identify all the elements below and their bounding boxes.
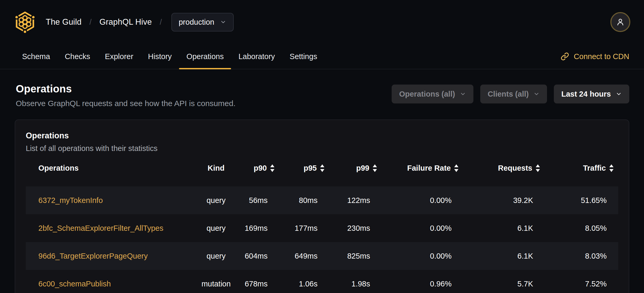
column-header-requests[interactable]: Requests bbox=[463, 164, 545, 172]
cell-p95: 649ms bbox=[279, 252, 329, 260]
clients-filter-dropdown[interactable]: Clients (all) bbox=[480, 85, 547, 103]
chevron-down-icon bbox=[220, 19, 226, 25]
cell-failure-rate: 0.00% bbox=[382, 196, 463, 205]
cell-kind: query bbox=[195, 252, 237, 260]
cell-requests: 6.1K bbox=[463, 252, 545, 260]
tab-schema[interactable]: Schema bbox=[15, 44, 57, 69]
column-header-p95[interactable]: p95 bbox=[279, 164, 329, 172]
column-header-p90[interactable]: p90 bbox=[237, 164, 279, 172]
cell-traffic: 8.05% bbox=[545, 224, 618, 233]
cell-traffic: 51.65% bbox=[545, 196, 618, 205]
user-icon bbox=[615, 17, 625, 27]
target-selector-value: production bbox=[179, 18, 214, 27]
connect-to-cdn-label: Connect to CDN bbox=[574, 52, 629, 61]
breadcrumb-project[interactable]: GraphQL Hive bbox=[99, 17, 152, 27]
breadcrumb-separator: / bbox=[160, 18, 162, 27]
tab-operations[interactable]: Operations bbox=[179, 44, 231, 69]
table-row[interactable]: 2bfc_SchemaExplorerFilter_AllTypes query… bbox=[26, 214, 618, 242]
clients-filter-label: Clients (all) bbox=[488, 90, 529, 98]
table-row[interactable]: 6c00_schemaPublish mutation 678ms 1.06s … bbox=[26, 270, 618, 293]
cell-failure-rate: 0.00% bbox=[382, 224, 463, 233]
breadcrumb-separator: / bbox=[89, 18, 91, 27]
page-subtitle: Observe GraphQL requests and see how the… bbox=[16, 99, 236, 108]
page-header-text: Operations Observe GraphQL requests and … bbox=[16, 83, 236, 108]
main-nav: Schema Checks Explorer History Operation… bbox=[0, 44, 644, 69]
cell-traffic: 7.52% bbox=[545, 280, 618, 288]
tab-explorer[interactable]: Explorer bbox=[98, 44, 141, 69]
cell-p99: 122ms bbox=[329, 196, 382, 205]
card-title: Operations bbox=[26, 131, 618, 140]
top-bar: The Guild / GraphQL Hive / production bbox=[0, 0, 644, 44]
chevron-down-icon bbox=[460, 91, 466, 97]
filters: Operations (all) Clients (all) Last 24 h… bbox=[392, 85, 629, 103]
cell-kind: query bbox=[195, 224, 237, 233]
table-row[interactable]: 6372_myTokenInfo query 56ms 80ms 122ms 0… bbox=[26, 186, 618, 214]
sort-arrows-icon bbox=[373, 164, 377, 172]
column-header-operations: Operations bbox=[26, 164, 195, 172]
page-title: Operations bbox=[16, 83, 236, 95]
cell-failure-rate: 0.96% bbox=[382, 280, 463, 288]
connect-to-cdn-link[interactable]: Connect to CDN bbox=[561, 44, 629, 69]
sort-arrows-icon bbox=[270, 164, 274, 172]
link-icon bbox=[561, 52, 569, 61]
column-header-kind: Kind bbox=[195, 164, 237, 172]
cell-requests: 5.7K bbox=[463, 280, 545, 288]
table-row[interactable]: 96d6_TargetExplorerPageQuery query 604ms… bbox=[26, 242, 618, 270]
breadcrumb: The Guild / GraphQL Hive / production bbox=[46, 13, 234, 32]
cell-kind: mutation bbox=[195, 280, 237, 288]
tab-settings[interactable]: Settings bbox=[282, 44, 325, 69]
period-filter-dropdown[interactable]: Last 24 hours bbox=[554, 85, 629, 103]
operation-link[interactable]: 6c00_schemaPublish bbox=[38, 280, 111, 288]
sort-arrows-icon bbox=[609, 164, 614, 172]
cell-p90: 604ms bbox=[237, 252, 279, 260]
period-filter-label: Last 24 hours bbox=[561, 90, 611, 98]
target-selector-dropdown[interactable]: production bbox=[171, 13, 234, 32]
page-header: Operations Observe GraphQL requests and … bbox=[0, 69, 644, 108]
cell-p90: 56ms bbox=[237, 196, 279, 205]
cell-p90: 169ms bbox=[237, 224, 279, 233]
tab-laboratory[interactable]: Laboratory bbox=[231, 44, 282, 69]
sort-arrows-icon bbox=[536, 164, 540, 172]
cell-p90: 678ms bbox=[237, 280, 279, 288]
column-header-p99[interactable]: p99 bbox=[329, 164, 382, 172]
sort-arrows-icon bbox=[454, 164, 458, 172]
breadcrumb-org[interactable]: The Guild bbox=[46, 17, 81, 27]
operations-card: Operations List of all operations with t… bbox=[15, 119, 629, 293]
operations-filter-label: Operations (all) bbox=[399, 90, 455, 98]
chevron-down-icon bbox=[616, 91, 622, 97]
card-subtitle: List of all operations with their statis… bbox=[26, 144, 618, 153]
tab-history[interactable]: History bbox=[141, 44, 179, 69]
operation-link[interactable]: 2bfc_SchemaExplorerFilter_AllTypes bbox=[38, 224, 163, 232]
cell-kind: query bbox=[195, 196, 237, 205]
operation-link[interactable]: 6372_myTokenInfo bbox=[38, 196, 103, 205]
user-avatar-button[interactable] bbox=[610, 12, 630, 32]
cell-requests: 6.1K bbox=[463, 224, 545, 233]
chevron-down-icon bbox=[533, 91, 540, 97]
sort-arrows-icon bbox=[320, 164, 324, 172]
cell-requests: 39.2K bbox=[463, 196, 545, 205]
column-header-failure-rate[interactable]: Failure Rate bbox=[382, 164, 463, 172]
hive-logo-icon[interactable] bbox=[14, 11, 36, 33]
cell-p95: 1.06s bbox=[279, 280, 329, 288]
column-header-traffic[interactable]: Traffic bbox=[545, 164, 618, 172]
tab-checks[interactable]: Checks bbox=[57, 44, 98, 69]
operations-filter-dropdown[interactable]: Operations (all) bbox=[392, 85, 473, 103]
cell-p99: 1.98s bbox=[329, 280, 382, 288]
operations-table: Operations Kind p90 p95 p99 Failure Rate… bbox=[26, 157, 618, 293]
cell-p99: 230ms bbox=[329, 224, 382, 233]
table-header-row: Operations Kind p90 p95 p99 Failure Rate… bbox=[26, 157, 618, 179]
nav-tabs: Schema Checks Explorer History Operation… bbox=[15, 44, 325, 69]
cell-traffic: 8.03% bbox=[545, 252, 618, 260]
cell-p95: 80ms bbox=[279, 196, 329, 205]
operation-link[interactable]: 96d6_TargetExplorerPageQuery bbox=[38, 252, 148, 260]
cell-p95: 177ms bbox=[279, 224, 329, 233]
cell-failure-rate: 0.00% bbox=[382, 252, 463, 260]
cell-p99: 825ms bbox=[329, 252, 382, 260]
